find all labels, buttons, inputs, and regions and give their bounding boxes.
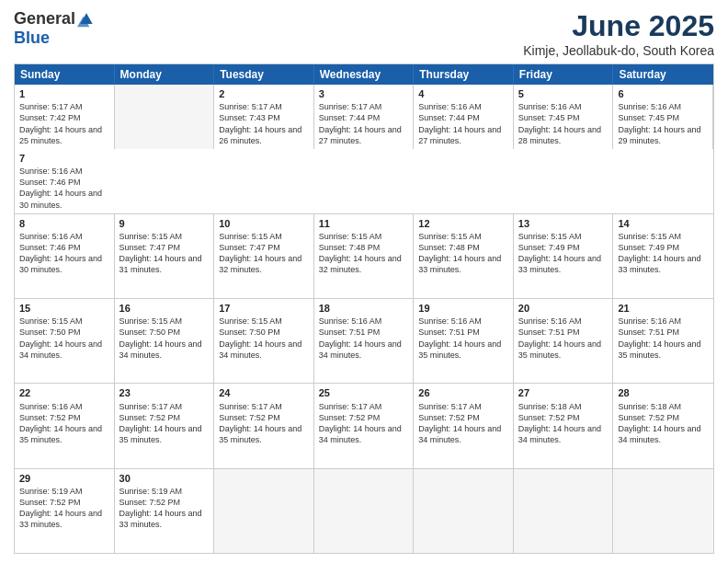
header-day-sunday: Sunday	[15, 64, 115, 85]
cell-info: Sunrise: 5:16 AMSunset: 7:46 PMDaylight:…	[19, 231, 109, 276]
cell-info: Sunrise: 5:19 AMSunset: 7:52 PMDaylight:…	[19, 486, 109, 531]
calendar-cell: 21 Sunrise: 5:16 AMSunset: 7:51 PMDaylig…	[613, 299, 713, 383]
day-number: 9	[119, 217, 210, 230]
day-number: 5	[518, 87, 609, 100]
header-day-friday: Friday	[514, 64, 614, 85]
calendar-cell: 25 Sunrise: 5:17 AMSunset: 7:52 PMDaylig…	[314, 384, 415, 467]
day-number: 24	[219, 386, 309, 399]
cell-info: Sunrise: 5:15 AMSunset: 7:47 PMDaylight:…	[119, 231, 210, 276]
calendar: SundayMondayTuesdayWednesdayThursdayFrid…	[14, 63, 714, 554]
day-number: 7	[19, 152, 110, 165]
subtitle: Kimje, Jeollabuk-do, South Korea	[523, 43, 714, 58]
calendar-row: 1 Sunrise: 5:17 AMSunset: 7:42 PMDayligh…	[15, 85, 713, 214]
calendar-cell: 4 Sunrise: 5:16 AMSunset: 7:44 PMDayligh…	[414, 85, 514, 149]
calendar-cell: 24 Sunrise: 5:17 AMSunset: 7:52 PMDaylig…	[214, 384, 314, 467]
day-number: 10	[219, 217, 309, 230]
logo-general: General	[14, 9, 75, 29]
day-number: 14	[618, 217, 709, 230]
day-number: 28	[618, 386, 709, 399]
header-day-wednesday: Wednesday	[314, 64, 415, 85]
calendar-body: 1 Sunrise: 5:17 AMSunset: 7:42 PMDayligh…	[15, 85, 713, 553]
cell-info: Sunrise: 5:15 AMSunset: 7:49 PMDaylight:…	[518, 231, 609, 276]
day-number: 20	[518, 302, 609, 315]
cell-info: Sunrise: 5:15 AMSunset: 7:50 PMDaylight:…	[119, 316, 210, 361]
day-number: 11	[319, 217, 409, 230]
calendar-cell	[115, 85, 215, 149]
header-day-monday: Monday	[115, 64, 215, 85]
day-number: 6	[618, 87, 708, 100]
cell-info: Sunrise: 5:16 AMSunset: 7:51 PMDaylight:…	[518, 316, 609, 361]
cell-info: Sunrise: 5:17 AMSunset: 7:43 PMDaylight:…	[219, 101, 309, 146]
cell-info: Sunrise: 5:15 AMSunset: 7:49 PMDaylight:…	[618, 231, 709, 276]
logo-blue: Blue	[14, 29, 50, 48]
cell-info: Sunrise: 5:16 AMSunset: 7:45 PMDaylight:…	[518, 101, 609, 146]
cell-info: Sunrise: 5:16 AMSunset: 7:51 PMDaylight:…	[418, 316, 508, 361]
day-number: 29	[19, 472, 109, 485]
cell-info: Sunrise: 5:18 AMSunset: 7:52 PMDaylight:…	[618, 401, 709, 446]
title-section: June 2025 Kimje, Jeollabuk-do, South Kor…	[523, 9, 714, 58]
day-number: 2	[219, 87, 309, 100]
day-number: 23	[119, 386, 210, 399]
header-day-thursday: Thursday	[414, 64, 514, 85]
calendar-header: SundayMondayTuesdayWednesdayThursdayFrid…	[15, 64, 713, 85]
day-number: 30	[119, 472, 210, 485]
day-number: 22	[19, 386, 109, 399]
day-number: 21	[618, 302, 709, 315]
cell-info: Sunrise: 5:15 AMSunset: 7:47 PMDaylight:…	[219, 231, 309, 276]
logo-icon	[77, 10, 96, 29]
calendar-cell: 5 Sunrise: 5:16 AMSunset: 7:45 PMDayligh…	[514, 85, 614, 149]
calendar-cell: 29 Sunrise: 5:19 AMSunset: 7:52 PMDaylig…	[15, 469, 115, 553]
calendar-row: 8 Sunrise: 5:16 AMSunset: 7:46 PMDayligh…	[15, 214, 713, 299]
cell-info: Sunrise: 5:16 AMSunset: 7:44 PMDaylight:…	[418, 101, 508, 146]
calendar-cell: 30 Sunrise: 5:19 AMSunset: 7:52 PMDaylig…	[115, 469, 215, 553]
cell-info: Sunrise: 5:15 AMSunset: 7:48 PMDaylight:…	[418, 231, 508, 276]
page: General Blue June 2025 Kimje, Jeollabuk-…	[0, 0, 728, 563]
cell-info: Sunrise: 5:18 AMSunset: 7:52 PMDaylight:…	[518, 401, 609, 446]
cell-info: Sunrise: 5:15 AMSunset: 7:50 PMDaylight:…	[219, 316, 309, 361]
calendar-cell: 12 Sunrise: 5:15 AMSunset: 7:48 PMDaylig…	[414, 214, 514, 298]
cell-info: Sunrise: 5:17 AMSunset: 7:52 PMDaylight:…	[319, 401, 409, 446]
calendar-cell: 27 Sunrise: 5:18 AMSunset: 7:52 PMDaylig…	[514, 384, 614, 467]
calendar-cell: 3 Sunrise: 5:17 AMSunset: 7:44 PMDayligh…	[314, 85, 415, 149]
day-number: 25	[319, 386, 409, 399]
calendar-cell: 2 Sunrise: 5:17 AMSunset: 7:43 PMDayligh…	[214, 85, 314, 149]
logo: General Blue	[14, 9, 96, 48]
calendar-cell: 28 Sunrise: 5:18 AMSunset: 7:52 PMDaylig…	[613, 384, 713, 467]
calendar-cell: 9 Sunrise: 5:15 AMSunset: 7:47 PMDayligh…	[115, 214, 215, 298]
calendar-cell: 22 Sunrise: 5:16 AMSunset: 7:52 PMDaylig…	[15, 384, 115, 467]
calendar-cell	[214, 469, 314, 553]
cell-info: Sunrise: 5:19 AMSunset: 7:52 PMDaylight:…	[119, 486, 210, 531]
calendar-cell	[414, 469, 514, 553]
day-number: 16	[119, 302, 210, 315]
day-number: 27	[518, 386, 609, 399]
cell-info: Sunrise: 5:17 AMSunset: 7:42 PMDaylight:…	[19, 101, 109, 146]
header-day-saturday: Saturday	[613, 64, 713, 85]
calendar-cell: 18 Sunrise: 5:16 AMSunset: 7:51 PMDaylig…	[314, 299, 415, 383]
day-number: 3	[319, 87, 409, 100]
calendar-row: 22 Sunrise: 5:16 AMSunset: 7:52 PMDaylig…	[15, 384, 713, 468]
cell-info: Sunrise: 5:16 AMSunset: 7:51 PMDaylight:…	[618, 316, 709, 361]
calendar-row: 29 Sunrise: 5:19 AMSunset: 7:52 PMDaylig…	[15, 469, 713, 553]
cell-info: Sunrise: 5:17 AMSunset: 7:44 PMDaylight:…	[319, 101, 409, 146]
day-number: 4	[418, 87, 508, 100]
cell-info: Sunrise: 5:17 AMSunset: 7:52 PMDaylight:…	[119, 401, 210, 446]
cell-info: Sunrise: 5:16 AMSunset: 7:51 PMDaylight:…	[319, 316, 409, 361]
header: General Blue June 2025 Kimje, Jeollabuk-…	[14, 9, 714, 58]
logo-text: General	[14, 9, 96, 29]
day-number: 12	[418, 217, 508, 230]
cell-info: Sunrise: 5:16 AMSunset: 7:46 PMDaylight:…	[19, 166, 110, 211]
header-day-tuesday: Tuesday	[214, 64, 314, 85]
calendar-cell: 26 Sunrise: 5:17 AMSunset: 7:52 PMDaylig…	[414, 384, 514, 467]
calendar-row: 15 Sunrise: 5:15 AMSunset: 7:50 PMDaylig…	[15, 299, 713, 384]
calendar-cell: 11 Sunrise: 5:15 AMSunset: 7:48 PMDaylig…	[314, 214, 415, 298]
calendar-cell: 7 Sunrise: 5:16 AMSunset: 7:46 PMDayligh…	[15, 149, 115, 213]
day-number: 26	[418, 386, 508, 399]
calendar-cell	[514, 469, 614, 553]
main-title: June 2025	[523, 9, 714, 43]
calendar-cell: 1 Sunrise: 5:17 AMSunset: 7:42 PMDayligh…	[15, 85, 115, 149]
day-number: 15	[19, 302, 109, 315]
calendar-cell: 15 Sunrise: 5:15 AMSunset: 7:50 PMDaylig…	[15, 299, 115, 383]
day-number: 17	[219, 302, 309, 315]
day-number: 1	[19, 87, 109, 100]
calendar-cell: 19 Sunrise: 5:16 AMSunset: 7:51 PMDaylig…	[414, 299, 514, 383]
